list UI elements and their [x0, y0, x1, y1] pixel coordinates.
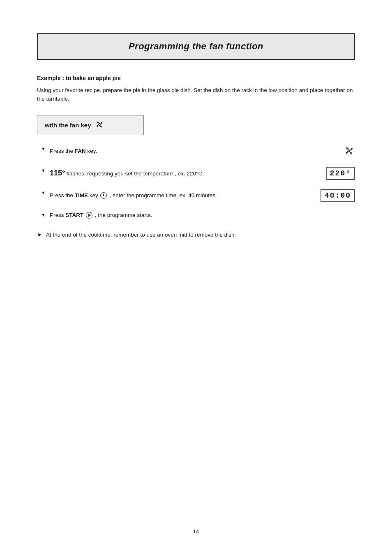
svg-point-0 — [98, 124, 100, 125]
step-text-1: Press the FAN key. — [50, 147, 331, 155]
time-icon — [100, 192, 107, 199]
title-box: Programming the fan function — [37, 33, 355, 60]
step-text-2: 115° flashes, requesting you set the tem… — [50, 168, 314, 179]
svg-point-1 — [348, 150, 350, 152]
note-text: At the end of the cooktime, remember to … — [46, 231, 236, 239]
temp-number: 115° — [50, 169, 65, 177]
example-heading: Example : to bake an apple pie — [37, 75, 355, 81]
fan-key-label: with the fan key — [45, 122, 91, 129]
page-container: Programming the fan function Example : t… — [0, 0, 392, 555]
step-row-4: ▼ Press START , the programme starts. — [41, 211, 355, 219]
display-4000: 40:00 — [321, 189, 355, 202]
bold-start: START — [65, 212, 83, 218]
step-text-3: Press the TIME key , enter the programme… — [50, 191, 308, 200]
step-row-3: ▼ Press the TIME key , enter the program… — [41, 189, 355, 202]
bold-fan: FAN — [75, 148, 86, 154]
bold-time: TIME — [75, 192, 88, 198]
bullet-2: ▼ — [41, 168, 46, 173]
step-3-display: 40:00 — [321, 189, 355, 202]
page-title: Programming the fan function — [50, 41, 342, 52]
fan-key-bar: with the fan key — [37, 115, 144, 135]
page-number: 14 — [0, 528, 392, 534]
step-1-icon — [344, 145, 355, 158]
display-220: 220° — [326, 167, 355, 180]
step-row-1: ▼ Press the FAN key. — [41, 145, 355, 158]
fan-key-icon — [95, 120, 104, 131]
note-row: ➤ At the end of the cooktime, remember t… — [37, 231, 355, 239]
step-row-2: ▼ 115° flashes, requesting you set the t… — [41, 167, 355, 180]
bullet-3: ▼ — [41, 190, 46, 195]
step-text-4: Press START , the programme starts. — [50, 211, 355, 219]
bullet-4: ▼ — [41, 212, 46, 217]
steps-area: ▼ Press the FAN key. ▼ 115° flashes, req… — [41, 145, 355, 219]
start-icon — [86, 212, 92, 219]
note-bullet-icon: ➤ — [37, 231, 42, 238]
step-2-display: 220° — [326, 167, 355, 180]
intro-text: Using your favorite recipe, prepare the … — [37, 86, 355, 104]
bullet-1: ▼ — [41, 146, 46, 151]
